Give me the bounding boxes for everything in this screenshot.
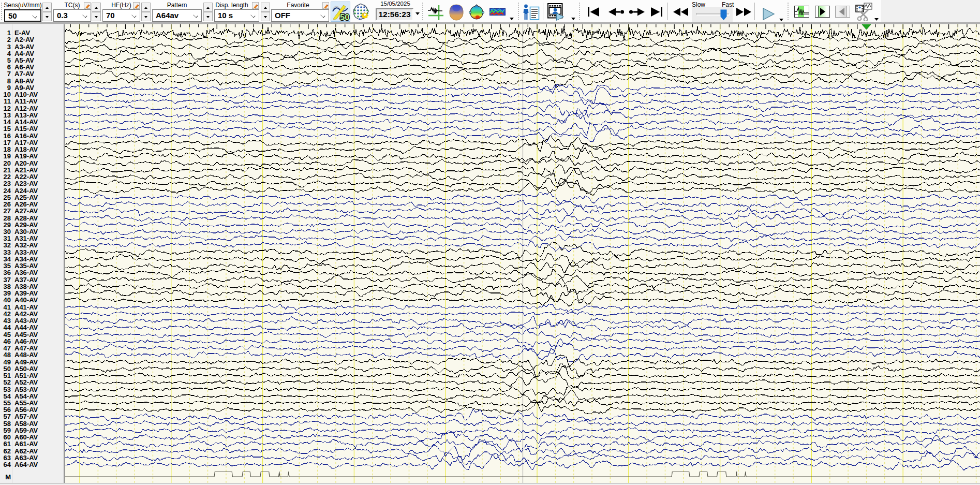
svg-text:50: 50 [340,12,349,21]
